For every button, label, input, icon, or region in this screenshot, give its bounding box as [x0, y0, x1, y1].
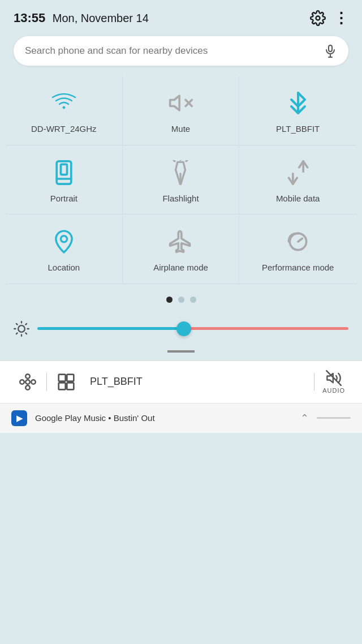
svg-point-28 [31, 380, 36, 384]
portrait-icon [53, 158, 75, 187]
notif-expand-icon[interactable]: ⌃ [300, 412, 309, 424]
svg-point-30 [25, 385, 30, 390]
status-bar: 13:55 Mon, November 14 ⋮ [0, 0, 362, 33]
brightness-row [0, 313, 362, 345]
tile-wifi-label: DD-WRT_24GHz [31, 123, 97, 135]
tile-location[interactable]: Location [6, 214, 123, 284]
location-icon [51, 227, 76, 256]
svg-line-13 [187, 160, 188, 161]
page-dot-2[interactable] [178, 297, 184, 303]
drag-handle[interactable] [0, 345, 362, 360]
tile-mute-label: Mute [171, 123, 190, 135]
brightness-thumb[interactable] [176, 321, 191, 336]
flashlight-icon [170, 158, 191, 187]
search-bar[interactable] [14, 36, 348, 66]
wifi-icon [51, 88, 77, 118]
quick-tiles-grid: DD-WRT_24GHz Mute PLT_BBFIT [6, 76, 356, 284]
notif-line [317, 417, 351, 419]
status-icons: ⋮ [310, 10, 348, 26]
tile-location-label: Location [48, 262, 80, 273]
search-input[interactable] [25, 45, 324, 57]
notif-text: Google Play Music • Bustin' Out [35, 413, 292, 423]
svg-rect-10 [61, 164, 67, 174]
svg-point-17 [18, 325, 25, 332]
svg-rect-34 [67, 383, 74, 389]
audio-label: AUDIO [322, 387, 345, 394]
svg-line-24 [16, 333, 18, 334]
mobiledata-icon [286, 158, 311, 187]
performance-icon [286, 227, 311, 256]
svg-point-29 [25, 374, 30, 379]
svg-line-21 [25, 333, 27, 334]
notif-separator: • [108, 413, 113, 423]
drag-handle-lines [167, 350, 195, 353]
settings-icon[interactable] [310, 10, 326, 26]
tile-portrait[interactable]: Portrait [6, 145, 123, 215]
svg-line-25 [25, 323, 27, 324]
tile-performance-label: Performance mode [262, 262, 334, 273]
mute-icon [168, 88, 193, 118]
page-indicators [0, 297, 362, 303]
svg-point-0 [316, 16, 320, 20]
tile-airplane-label: Airplane mode [153, 262, 208, 273]
bottom-bar: PLT_BBFIT AUDIO [0, 360, 362, 403]
tile-wifi[interactable]: DD-WRT_24GHz [6, 76, 123, 145]
svg-line-12 [173, 160, 175, 161]
notif-app-icon: ▶ [11, 410, 27, 426]
tile-performance[interactable]: Performance mode [239, 214, 356, 284]
device-grid-icon[interactable] [49, 368, 83, 396]
svg-rect-1 [329, 45, 332, 51]
svg-line-16 [298, 239, 302, 242]
audio-button[interactable]: AUDIO [317, 367, 351, 397]
tile-bluetooth[interactable]: PLT_BBFIT [239, 76, 356, 145]
svg-marker-4 [170, 96, 180, 110]
status-time: 13:55 Mon, November 14 [14, 11, 149, 25]
tile-mobiledata-label: Mobile data [276, 193, 320, 204]
tile-flashlight[interactable]: Flashlight [123, 145, 240, 215]
notif-app-name: Google Play Music [35, 413, 106, 423]
svg-point-15 [61, 236, 67, 242]
more-options-icon[interactable]: ⋮ [334, 11, 348, 25]
notification-bar[interactable]: ▶ Google Play Music • Bustin' Out ⌃ [0, 403, 362, 433]
tile-flashlight-label: Flashlight [162, 193, 199, 204]
svg-point-26 [25, 380, 30, 384]
divider-2 [314, 373, 314, 391]
svg-rect-31 [59, 374, 66, 381]
airplane-icon [168, 227, 193, 256]
page-dot-3[interactable] [190, 297, 196, 303]
tile-airplane[interactable]: Airplane mode [123, 214, 240, 284]
page-dot-1[interactable] [166, 297, 173, 303]
brightness-slider[interactable] [37, 327, 348, 330]
svg-line-20 [16, 323, 18, 324]
tile-portrait-label: Portrait [50, 193, 77, 204]
bluetooth-icon [288, 88, 308, 118]
svg-rect-33 [59, 383, 66, 389]
tile-mute[interactable]: Mute [123, 76, 240, 145]
apps-icon[interactable] [11, 369, 44, 395]
tile-mobiledata[interactable]: Mobile data [239, 145, 356, 215]
brightness-icon [14, 321, 29, 337]
device-label: PLT_BBFIT [83, 376, 312, 388]
svg-rect-32 [67, 374, 74, 381]
svg-point-27 [20, 380, 24, 384]
notif-track: Bustin' Out [114, 413, 155, 423]
mic-icon[interactable] [324, 44, 337, 58]
divider-1 [46, 373, 47, 391]
tile-bluetooth-label: PLT_BBFIT [276, 123, 320, 135]
